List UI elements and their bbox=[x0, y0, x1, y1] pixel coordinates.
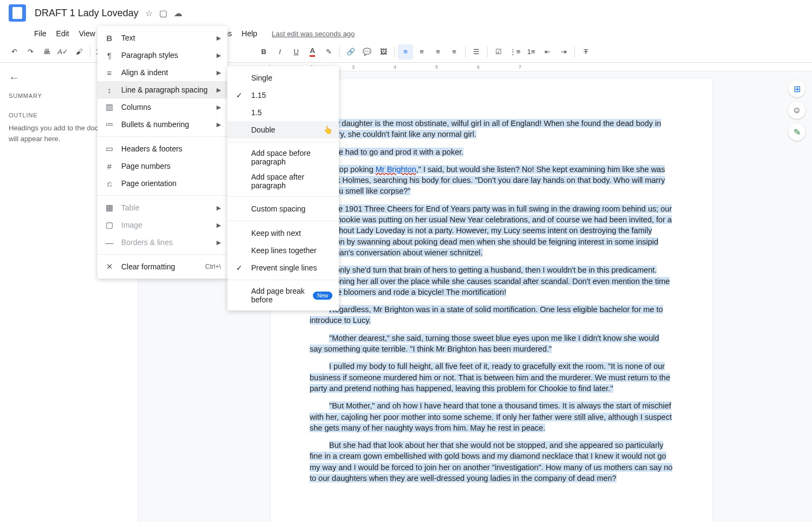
align-center-button[interactable]: ≡ bbox=[414, 44, 429, 60]
format-menu-item[interactable]: ⎌Page orientation bbox=[97, 175, 227, 192]
decrease-indent-button[interactable]: ⇤ bbox=[540, 44, 555, 60]
highlight-button[interactable]: ✎ bbox=[321, 44, 336, 60]
spacing-menu-item[interactable]: ✓Prevent single lines bbox=[227, 259, 339, 276]
spacing-menu-item[interactable]: Add space after paragraph bbox=[227, 169, 339, 193]
spellcheck-button[interactable]: A✓ bbox=[55, 44, 70, 60]
format-menu-item[interactable]: #Page numbers bbox=[97, 157, 227, 175]
menu-view[interactable]: View bbox=[75, 27, 99, 40]
spacing-menu-item[interactable]: 1.5 bbox=[227, 104, 339, 121]
format-menu-item[interactable]: ↕Line & paragraph spacing▶ bbox=[97, 81, 227, 98]
spacing-menu-item[interactable]: Add page break beforeNew bbox=[227, 283, 339, 307]
insert-image-button[interactable]: 🖼 bbox=[376, 44, 391, 60]
emoji-fab[interactable]: ☺ bbox=[788, 102, 806, 119]
align-right-button[interactable]: ≡ bbox=[430, 44, 446, 60]
side-actions: ⊞ ☺ ✎ bbox=[788, 80, 806, 141]
spacing-menu-item[interactable]: Double👆 bbox=[227, 121, 339, 138]
document-paragraph[interactable]: My daughter is the most obstinate, wilfu… bbox=[310, 118, 673, 140]
format-menu-item[interactable]: BText▶ bbox=[97, 29, 227, 47]
spelling-error[interactable]: Mr Brighton bbox=[376, 165, 416, 174]
document-paragraph[interactable]: "But Mother," and oh how I have heard th… bbox=[310, 400, 673, 433]
document-paragraph[interactable]: I pulled my body to full height, all fiv… bbox=[310, 361, 673, 394]
menu-file[interactable]: File bbox=[30, 27, 50, 40]
paint-format-button[interactable]: 🖌 bbox=[71, 44, 87, 60]
spacing-menu-item[interactable]: Keep lines together bbox=[227, 242, 339, 259]
document-paragraph[interactable]: The 1901 Three Cheers for End of Years p… bbox=[310, 203, 673, 258]
line-spacing-submenu: Single✓1.151.5Double👆Add space before pa… bbox=[227, 66, 339, 310]
cursor-icon: 👆 bbox=[323, 125, 332, 134]
text-color-button[interactable]: A bbox=[305, 44, 320, 60]
menu-help[interactable]: Help bbox=[238, 27, 261, 40]
add-comment-fab[interactable]: ⊞ bbox=[788, 80, 806, 97]
undo-button[interactable]: ↶ bbox=[6, 44, 22, 60]
star-icon[interactable]: ☆ bbox=[145, 8, 153, 18]
spacing-menu-item[interactable]: Custom spacing bbox=[227, 200, 339, 217]
document-paragraph[interactable]: "Mother dearest," she said, turning thos… bbox=[310, 333, 673, 355]
document-paragraph[interactable]: But she had that look about her that she… bbox=[310, 440, 673, 484]
align-justify-button[interactable]: ≡ bbox=[447, 44, 462, 60]
document-paragraph[interactable]: If only she'd turn that brain of hers to… bbox=[310, 265, 673, 298]
spacing-menu-item[interactable]: Single bbox=[227, 69, 339, 87]
insert-link-button[interactable]: 🔗 bbox=[343, 44, 358, 60]
spacing-menu-item[interactable]: Keep with next bbox=[227, 224, 339, 242]
format-menu-item[interactable]: ¶Paragraph styles▶ bbox=[97, 47, 227, 64]
bulleted-list-button[interactable]: ⋮≡ bbox=[507, 44, 522, 60]
app-header: DRAFT 1 Lady Loveday ☆ ▢ ☁ bbox=[0, 0, 812, 26]
numbered-list-button[interactable]: 1≡ bbox=[523, 44, 539, 60]
insert-comment-button[interactable]: 💬 bbox=[359, 44, 375, 60]
spacing-menu-item[interactable]: Add space before paragraph bbox=[227, 146, 339, 169]
format-menu-item: ▢Image▶ bbox=[97, 216, 227, 234]
format-menu-item[interactable]: ≡Align & indent▶ bbox=[97, 64, 227, 81]
format-menu-item: ▦Table▶ bbox=[97, 199, 227, 216]
line-spacing-button[interactable]: ☰ bbox=[469, 44, 484, 60]
increase-indent-button[interactable]: ⇥ bbox=[556, 44, 571, 60]
document-paragraph[interactable]: She had to go and prod it with a poker. bbox=[310, 147, 673, 157]
clear-formatting-button[interactable]: T bbox=[578, 44, 593, 60]
checklist-button[interactable]: ☑ bbox=[491, 44, 506, 60]
cloud-status-icon[interactable]: ☁ bbox=[174, 8, 182, 18]
format-menu-item[interactable]: ≔Bullets & numbering▶ bbox=[97, 116, 227, 133]
bold-button[interactable]: B bbox=[256, 44, 271, 60]
suggest-fab[interactable]: ✎ bbox=[788, 123, 806, 141]
spacing-menu-item[interactable]: ✓1.15 bbox=[227, 87, 339, 104]
redo-button[interactable]: ↷ bbox=[23, 44, 38, 60]
format-dropdown: BText▶¶Paragraph styles▶≡Align & indent▶… bbox=[97, 26, 227, 279]
format-menu-item: —Borders & lines▶ bbox=[97, 234, 227, 251]
align-left-button[interactable]: ≡ bbox=[398, 44, 413, 60]
document-paragraph[interactable]: "Stop poking Mr Brighton," I said, but w… bbox=[310, 164, 673, 197]
underline-button[interactable]: U bbox=[289, 44, 304, 60]
italic-button[interactable]: I bbox=[272, 44, 287, 60]
document-title[interactable]: DRAFT 1 Lady Loveday bbox=[35, 8, 139, 19]
last-edit-link[interactable]: Last edit was seconds ago bbox=[272, 30, 355, 38]
document-paragraph[interactable]: Regardless, Mr Brighton was in a state o… bbox=[310, 304, 673, 326]
format-menu-item[interactable]: ▥Columns▶ bbox=[97, 98, 227, 116]
print-button[interactable]: 🖶 bbox=[39, 44, 54, 60]
format-menu-item[interactable]: ✕Clear formattingCtrl+\ bbox=[97, 258, 227, 275]
menu-edit[interactable]: Edit bbox=[53, 27, 73, 40]
move-icon[interactable]: ▢ bbox=[159, 8, 167, 18]
format-menu-item[interactable]: ▭Headers & footers bbox=[97, 140, 227, 157]
docs-logo-icon[interactable] bbox=[9, 4, 26, 22]
